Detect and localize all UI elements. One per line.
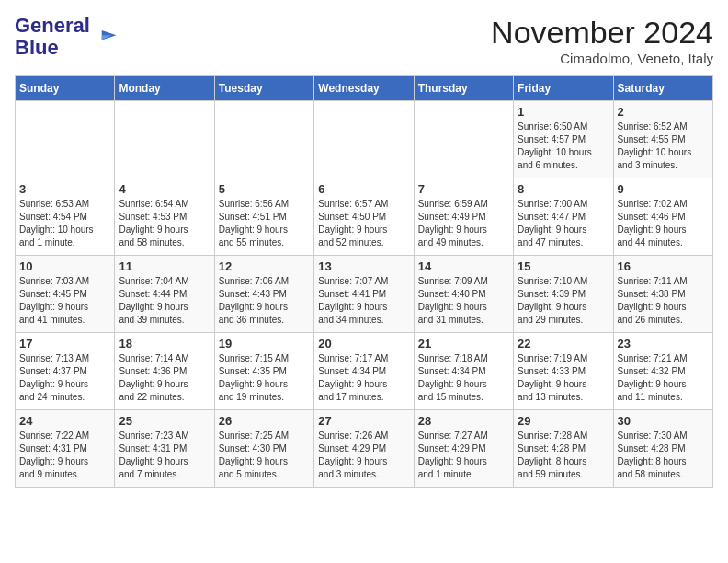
- calendar-cell: 8Sunrise: 7:00 AM Sunset: 4:47 PM Daylig…: [514, 178, 613, 256]
- calendar-table: SundayMondayTuesdayWednesdayThursdayFrid…: [15, 75, 713, 488]
- calendar-cell: [314, 101, 414, 178]
- calendar-cell: 19Sunrise: 7:15 AM Sunset: 4:35 PM Dayli…: [214, 333, 313, 410]
- calendar-cell: [214, 101, 313, 178]
- calendar-cell: 21Sunrise: 7:18 AM Sunset: 4:34 PM Dayli…: [414, 333, 513, 410]
- day-number: 30: [618, 414, 709, 428]
- calendar-cell: 11Sunrise: 7:04 AM Sunset: 4:44 PM Dayli…: [115, 256, 214, 333]
- day-info: Sunrise: 7:13 AM Sunset: 4:37 PM Dayligh…: [19, 352, 110, 404]
- calendar-header: SundayMondayTuesdayWednesdayThursdayFrid…: [16, 76, 713, 101]
- calendar-cell: 25Sunrise: 7:23 AM Sunset: 4:31 PM Dayli…: [115, 410, 214, 488]
- day-info: Sunrise: 7:06 AM Sunset: 4:43 PM Dayligh…: [219, 275, 310, 327]
- calendar-cell: 5Sunrise: 6:56 AM Sunset: 4:51 PM Daylig…: [214, 178, 313, 256]
- calendar-cell: 15Sunrise: 7:10 AM Sunset: 4:39 PM Dayli…: [514, 256, 613, 333]
- month-title: November 2024: [491, 15, 713, 51]
- day-number: 13: [318, 259, 409, 273]
- calendar-cell: 18Sunrise: 7:14 AM Sunset: 4:36 PM Dayli…: [115, 333, 214, 410]
- logo: General Blue: [15, 15, 119, 59]
- day-info: Sunrise: 6:57 AM Sunset: 4:50 PM Dayligh…: [318, 198, 409, 249]
- weekday-header: Sunday: [16, 76, 115, 101]
- calendar-cell: 6Sunrise: 6:57 AM Sunset: 4:50 PM Daylig…: [314, 178, 414, 256]
- day-number: 20: [318, 337, 409, 350]
- day-number: 28: [418, 414, 509, 428]
- day-info: Sunrise: 6:50 AM Sunset: 4:57 PM Dayligh…: [518, 121, 609, 172]
- calendar-week: 17Sunrise: 7:13 AM Sunset: 4:37 PM Dayli…: [16, 333, 713, 410]
- calendar-cell: 4Sunrise: 6:54 AM Sunset: 4:53 PM Daylig…: [115, 178, 214, 256]
- day-info: Sunrise: 6:56 AM Sunset: 4:51 PM Dayligh…: [219, 198, 310, 249]
- day-info: Sunrise: 7:26 AM Sunset: 4:29 PM Dayligh…: [318, 430, 409, 481]
- calendar-cell: [16, 101, 115, 178]
- day-info: Sunrise: 7:23 AM Sunset: 4:31 PM Dayligh…: [119, 430, 210, 481]
- day-number: 2: [618, 105, 709, 119]
- day-info: Sunrise: 7:04 AM Sunset: 4:44 PM Dayligh…: [119, 275, 210, 327]
- day-number: 10: [19, 259, 110, 273]
- day-info: Sunrise: 7:18 AM Sunset: 4:34 PM Dayligh…: [418, 352, 509, 404]
- day-info: Sunrise: 7:03 AM Sunset: 4:45 PM Dayligh…: [19, 275, 110, 327]
- day-info: Sunrise: 7:21 AM Sunset: 4:32 PM Dayligh…: [618, 352, 709, 404]
- day-number: 1: [518, 105, 609, 119]
- page-header: General Blue November 2024 Cimadolmo, Ve…: [15, 15, 713, 66]
- day-info: Sunrise: 6:52 AM Sunset: 4:55 PM Dayligh…: [618, 121, 709, 172]
- day-number: 14: [418, 259, 509, 273]
- logo-line1: General: [15, 14, 90, 37]
- day-number: 11: [119, 259, 210, 273]
- logo-icon: [94, 24, 119, 50]
- day-info: Sunrise: 7:00 AM Sunset: 4:47 PM Dayligh…: [518, 198, 609, 249]
- calendar-cell: 12Sunrise: 7:06 AM Sunset: 4:43 PM Dayli…: [214, 256, 313, 333]
- weekday-header: Saturday: [613, 76, 712, 101]
- day-info: Sunrise: 7:02 AM Sunset: 4:46 PM Dayligh…: [618, 198, 709, 249]
- day-number: 22: [518, 337, 609, 350]
- day-info: Sunrise: 7:07 AM Sunset: 4:41 PM Dayligh…: [318, 275, 409, 327]
- calendar-cell: 3Sunrise: 6:53 AM Sunset: 4:54 PM Daylig…: [16, 178, 115, 256]
- day-number: 29: [518, 414, 609, 428]
- calendar-cell: 23Sunrise: 7:21 AM Sunset: 4:32 PM Dayli…: [613, 333, 712, 410]
- day-number: 5: [219, 182, 310, 196]
- day-number: 15: [518, 259, 609, 273]
- calendar-week: 10Sunrise: 7:03 AM Sunset: 4:45 PM Dayli…: [16, 256, 713, 333]
- day-info: Sunrise: 6:54 AM Sunset: 4:53 PM Dayligh…: [119, 198, 210, 249]
- logo-text: General Blue: [15, 15, 90, 59]
- day-info: Sunrise: 7:11 AM Sunset: 4:38 PM Dayligh…: [618, 275, 709, 327]
- calendar-cell: 26Sunrise: 7:25 AM Sunset: 4:30 PM Dayli…: [214, 410, 313, 488]
- weekday-header: Friday: [514, 76, 613, 101]
- location: Cimadolmo, Veneto, Italy: [491, 51, 713, 66]
- day-info: Sunrise: 7:30 AM Sunset: 4:28 PM Dayligh…: [618, 430, 709, 481]
- day-info: Sunrise: 6:53 AM Sunset: 4:54 PM Dayligh…: [19, 198, 110, 249]
- day-number: 26: [219, 414, 310, 428]
- weekday-header: Monday: [115, 76, 214, 101]
- calendar-cell: 10Sunrise: 7:03 AM Sunset: 4:45 PM Dayli…: [16, 256, 115, 333]
- day-info: Sunrise: 7:10 AM Sunset: 4:39 PM Dayligh…: [518, 275, 609, 327]
- calendar-body: 1Sunrise: 6:50 AM Sunset: 4:57 PM Daylig…: [16, 101, 713, 488]
- calendar-cell: [414, 101, 513, 178]
- weekday-row: SundayMondayTuesdayWednesdayThursdayFrid…: [16, 76, 713, 101]
- calendar-cell: 1Sunrise: 6:50 AM Sunset: 4:57 PM Daylig…: [514, 101, 613, 178]
- day-info: Sunrise: 7:14 AM Sunset: 4:36 PM Dayligh…: [119, 352, 210, 404]
- calendar-week: 24Sunrise: 7:22 AM Sunset: 4:31 PM Dayli…: [16, 410, 713, 488]
- weekday-header: Tuesday: [214, 76, 313, 101]
- title-block: November 2024 Cimadolmo, Veneto, Italy: [491, 15, 713, 66]
- calendar-cell: 27Sunrise: 7:26 AM Sunset: 4:29 PM Dayli…: [314, 410, 414, 488]
- calendar-cell: 9Sunrise: 7:02 AM Sunset: 4:46 PM Daylig…: [613, 178, 712, 256]
- day-info: Sunrise: 7:19 AM Sunset: 4:33 PM Dayligh…: [518, 352, 609, 404]
- day-number: 8: [518, 182, 609, 196]
- day-number: 12: [219, 259, 310, 273]
- calendar-cell: 30Sunrise: 7:30 AM Sunset: 4:28 PM Dayli…: [613, 410, 712, 488]
- day-number: 4: [119, 182, 210, 196]
- weekday-header: Wednesday: [314, 76, 414, 101]
- day-info: Sunrise: 7:22 AM Sunset: 4:31 PM Dayligh…: [19, 430, 110, 481]
- day-info: Sunrise: 7:15 AM Sunset: 4:35 PM Dayligh…: [219, 352, 310, 404]
- calendar-cell: 29Sunrise: 7:28 AM Sunset: 4:28 PM Dayli…: [514, 410, 613, 488]
- calendar-cell: 20Sunrise: 7:17 AM Sunset: 4:34 PM Dayli…: [314, 333, 414, 410]
- day-number: 7: [418, 182, 509, 196]
- calendar-week: 1Sunrise: 6:50 AM Sunset: 4:57 PM Daylig…: [16, 101, 713, 178]
- day-info: Sunrise: 7:09 AM Sunset: 4:40 PM Dayligh…: [418, 275, 509, 327]
- day-number: 19: [219, 337, 310, 350]
- day-number: 3: [19, 182, 110, 196]
- day-info: Sunrise: 7:27 AM Sunset: 4:29 PM Dayligh…: [418, 430, 509, 481]
- day-number: 17: [19, 337, 110, 350]
- day-number: 6: [318, 182, 409, 196]
- calendar-cell: 24Sunrise: 7:22 AM Sunset: 4:31 PM Dayli…: [16, 410, 115, 488]
- weekday-header: Thursday: [414, 76, 513, 101]
- day-number: 23: [618, 337, 709, 350]
- day-info: Sunrise: 7:17 AM Sunset: 4:34 PM Dayligh…: [318, 352, 409, 404]
- logo-line2: Blue: [15, 36, 59, 59]
